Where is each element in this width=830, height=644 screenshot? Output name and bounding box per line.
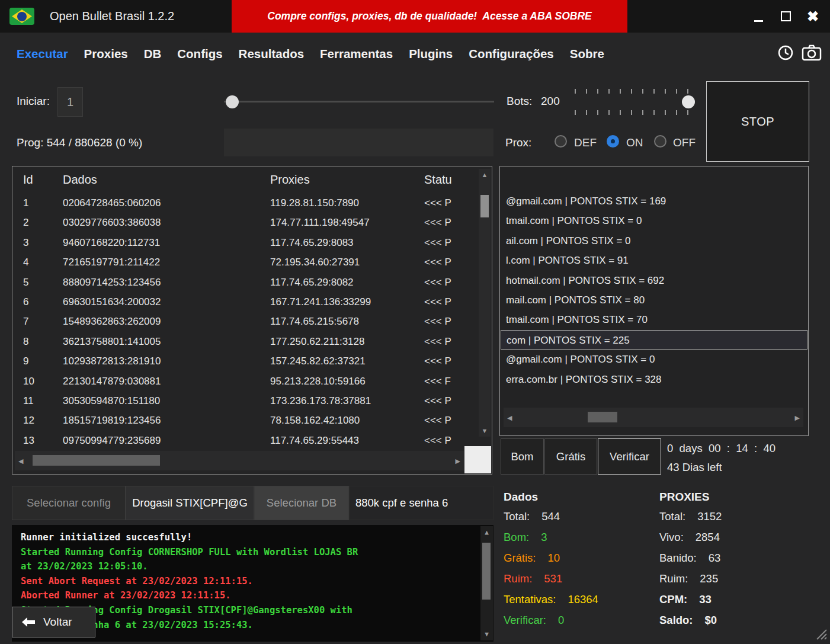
table-row[interactable]: 7 15489362863:262009 117.74.65.215:5678 …: [12, 312, 479, 331]
bots-slider[interactable]: [572, 89, 700, 115]
stat-value: 544: [541, 506, 560, 527]
nav-tab[interactable]: Ferramentas: [320, 47, 393, 61]
table-row[interactable]: 2 03029776603:386038 174.77.111.198:4954…: [12, 213, 479, 232]
stop-button[interactable]: STOP: [706, 81, 809, 162]
minimize-button[interactable]: [745, 0, 772, 33]
col-header-id[interactable]: Id: [23, 166, 33, 193]
scroll-left-icon[interactable]: ◀: [507, 414, 512, 421]
table-row[interactable]: 13 09750994779:235689 117.74.65.29:55443…: [12, 431, 479, 450]
table-row[interactable]: 12 18515719819:123456 78.158.162.42:1080…: [12, 411, 479, 430]
hit-item[interactable]: tmail.com | PONTOS STIX = 0: [501, 211, 807, 230]
prox-off-radio[interactable]: [654, 135, 666, 148]
promo-banner[interactable]: Compre configs, proxies, db de qualidade…: [232, 0, 627, 33]
col-header-dados[interactable]: Dados: [63, 166, 97, 193]
current-wordlist-name[interactable]: 880k cpf e senha 6: [349, 486, 493, 520]
table-row[interactable]: 3 94607168220:112731 117.74.65.29:8083 <…: [12, 233, 479, 252]
grid-vscroll-thumb[interactable]: [480, 195, 489, 217]
data-grid-panel: Id Dados Proxies Statu 1 02064728465:060…: [12, 166, 492, 475]
voltar-button[interactable]: Voltar: [12, 607, 95, 637]
nav-tab[interactable]: Resultados: [239, 47, 305, 61]
hits-hscroll-thumb[interactable]: [588, 412, 617, 422]
flag-circle: [17, 12, 27, 21]
nav-tab[interactable]: Sobre: [570, 47, 604, 61]
table-row[interactable]: 1 02064728465:060206 119.28.81.150:7890 …: [12, 193, 479, 213]
scroll-down-icon[interactable]: ▼: [479, 427, 491, 434]
hit-item[interactable]: ail.com | PONTOS STIX = 0: [501, 231, 807, 251]
cell-proxy: 117.74.65.29:8083: [270, 233, 354, 252]
window-resize-grip[interactable]: [815, 627, 828, 643]
grid-hscroll-thumb[interactable]: [33, 455, 160, 466]
cell-id: 3: [23, 233, 28, 252]
scroll-up-icon[interactable]: ▲: [479, 171, 491, 178]
scroll-right-icon[interactable]: ▶: [456, 457, 460, 464]
hits-list: @gmail.com | PONTOS STIX = 169 tmail.com…: [501, 191, 807, 389]
wordlist-position-slider[interactable]: [224, 95, 494, 109]
app-title: Open Bullet Brasil 1.2.2: [50, 0, 174, 33]
prox-on-radio[interactable]: [607, 135, 619, 148]
stat-label: Vivo:: [659, 527, 684, 547]
maximize-button[interactable]: [772, 0, 799, 33]
hit-item[interactable]: mail.com | PONTOS STIX = 80: [501, 290, 807, 310]
table-row[interactable]: 4 72165197791:211422 72.195.34.60:27391 …: [12, 252, 479, 272]
hit-item[interactable]: @gmail.com | PONTOS STIX = 0: [501, 350, 807, 369]
hit-item[interactable]: hotmail.com | PONTOS STIX = 692: [501, 271, 807, 290]
log-vscroll-thumb[interactable]: [482, 543, 491, 600]
history-clock-icon[interactable]: [777, 44, 794, 62]
hit-item[interactable]: com | PONTOS STIX = 225: [501, 330, 807, 350]
grid-vertical-scrollbar[interactable]: ▲ ▼: [479, 169, 491, 437]
scroll-right-icon[interactable]: ▶: [795, 414, 800, 421]
slider-thumb[interactable]: [226, 95, 239, 108]
table-row[interactable]: 10 22130147879:030881 95.213.228.10:5916…: [12, 371, 479, 391]
hit-item[interactable]: tmail.com | PONTOS STIX = 70: [501, 310, 807, 329]
select-config-button[interactable]: Selecionar config: [12, 486, 126, 520]
table-row[interactable]: 5 88809714253:123456 117.74.65.29:8082 <…: [12, 273, 479, 292]
cell-dados: 18515719819:123456: [63, 411, 161, 430]
close-button[interactable]: ✖: [799, 0, 826, 33]
prox-off-label[interactable]: OFF: [673, 136, 696, 149]
gratis-button[interactable]: Grátis: [544, 438, 597, 475]
bom-button[interactable]: Bom: [501, 438, 544, 475]
scroll-left-icon[interactable]: ◀: [18, 457, 23, 464]
log-vertical-scrollbar[interactable]: ▲ ▼: [480, 526, 493, 640]
verificar-button[interactable]: Verificar: [598, 438, 661, 475]
license-days-left: 43 Dias left: [667, 458, 775, 477]
hit-item[interactable]: erra.com.br | PONTOS STIX = 328: [501, 370, 807, 389]
nav-tab[interactable]: DB: [144, 47, 162, 61]
scroll-up-icon[interactable]: ▲: [480, 528, 493, 536]
cell-id: 10: [23, 371, 34, 391]
cell-status: <<< P: [424, 213, 451, 232]
nav-tab[interactable]: Configs: [177, 47, 222, 61]
screenshot-camera-icon[interactable]: [802, 44, 822, 62]
bots-slider-thumb[interactable]: [682, 95, 695, 108]
prox-def-radio[interactable]: [555, 135, 567, 148]
col-header-status[interactable]: Statu: [424, 166, 452, 193]
grid-horizontal-scrollbar[interactable]: ◀ ▶: [15, 451, 464, 470]
scroll-down-icon[interactable]: ▼: [480, 630, 493, 638]
cell-proxy: 167.71.241.136:33299: [270, 292, 371, 312]
grid-rows: 1 02064728465:060206 119.28.81.150:7890 …: [12, 193, 479, 451]
select-db-button[interactable]: Selecionar DB: [254, 486, 349, 520]
hits-horizontal-scrollbar[interactable]: ◀ ▶: [504, 408, 803, 427]
stat-label: Total:: [659, 506, 685, 527]
stat-row: Ruim: 235: [659, 568, 722, 589]
table-row[interactable]: 11 30530594870:151180 173.236.173.78:378…: [12, 391, 479, 411]
hit-item[interactable]: @gmail.com | PONTOS STIX = 169: [501, 191, 807, 211]
prox-def-label[interactable]: DEF: [574, 136, 597, 149]
nav-tab[interactable]: Executar: [17, 47, 68, 61]
table-row[interactable]: 6 69630151634:200032 167.71.241.136:3329…: [12, 292, 479, 312]
nav-tab[interactable]: Plugins: [409, 47, 453, 61]
table-row[interactable]: 8 36213758801:141005 177.250.62.211:3128…: [12, 332, 479, 351]
prox-on-label[interactable]: ON: [626, 136, 643, 149]
stat-value: 0: [558, 610, 564, 630]
iniciar-input[interactable]: 1: [57, 87, 83, 117]
current-config-name[interactable]: Drogasil STIX[CPF]@G: [126, 486, 254, 520]
hit-item[interactable]: l.com | PONTOS STIX = 91: [501, 251, 807, 270]
stat-label: Grátis:: [504, 547, 536, 568]
nav-tab[interactable]: Configurações: [469, 47, 554, 61]
slider-ticks: [575, 89, 697, 94]
dados-stats-rows: Total: 544 Bom: 3 Grátis: 10 Ruim: 531: [504, 506, 598, 630]
col-header-proxies[interactable]: Proxies: [270, 166, 310, 193]
stat-row: Verificar: 0: [504, 610, 598, 630]
table-row[interactable]: 9 10293872813:281910 157.245.82.62:37321…: [12, 351, 479, 371]
nav-tab[interactable]: Proxies: [84, 47, 128, 61]
